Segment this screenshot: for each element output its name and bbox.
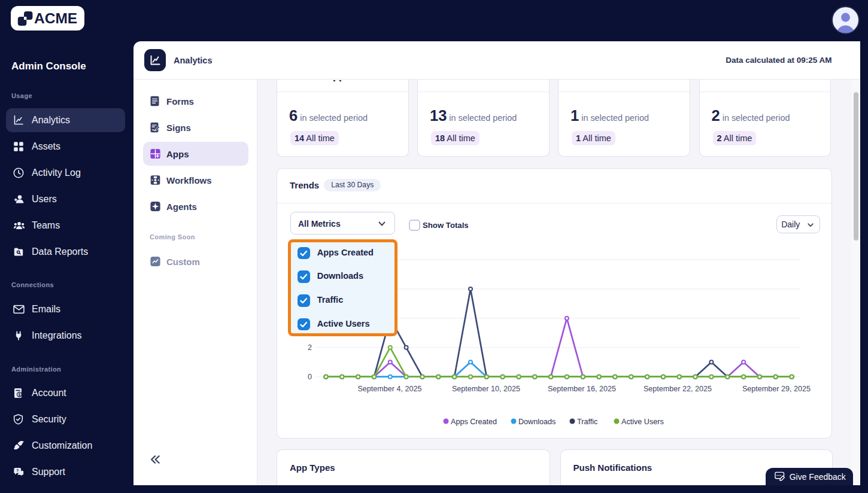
svg-text:Downloads: Downloads [518, 418, 556, 426]
svg-text:$: $ [18, 392, 20, 397]
svg-text:0: 0 [308, 373, 312, 381]
svg-text:?: ? [16, 468, 19, 473]
svg-text:September 16, 2025: September 16, 2025 [548, 385, 616, 393]
svg-text:September 10, 2025: September 10, 2025 [452, 385, 520, 393]
svg-text:September 22, 2025: September 22, 2025 [644, 385, 712, 393]
svg-text:2: 2 [308, 343, 312, 352]
svg-text:Active Users: Active Users [621, 418, 664, 426]
svg-text:Traffic: Traffic [577, 418, 597, 426]
svg-text:September 29, 2025: September 29, 2025 [742, 385, 811, 393]
svg-text:Apps Created: Apps Created [451, 418, 497, 426]
svg-text:September 4, 2025: September 4, 2025 [357, 385, 421, 393]
